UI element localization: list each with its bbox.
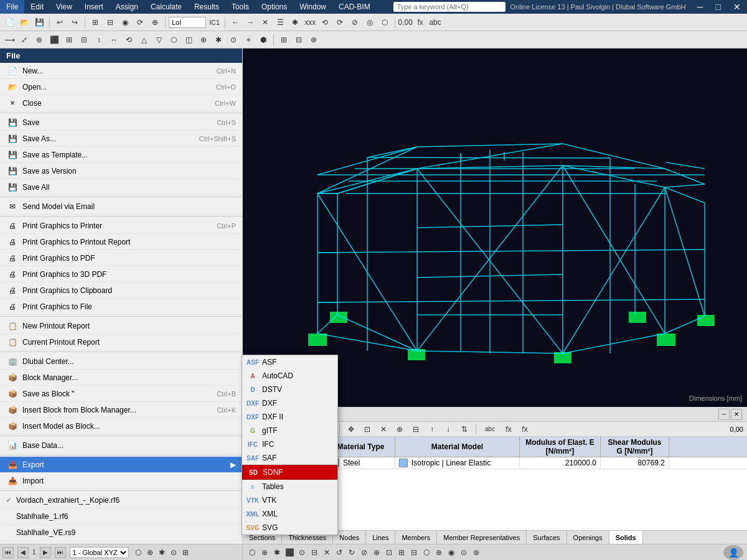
menu-tools[interactable]: Tools xyxy=(225,0,255,14)
rbt5[interactable]: ⊙ xyxy=(296,547,308,558)
tb17[interactable]: ◎ xyxy=(363,16,377,29)
tb2-2[interactable]: ⤢ xyxy=(17,33,31,47)
tb2-20[interactable]: ⊟ xyxy=(292,33,306,47)
export-dstv[interactable]: D DSTV xyxy=(242,383,337,396)
tab-lines[interactable]: Lines xyxy=(366,531,395,544)
tb5[interactable]: ◉ xyxy=(118,16,132,29)
panel-tb6[interactable]: ↑ xyxy=(425,422,439,436)
fm-blockmanager[interactable]: 📦 Block Manager... xyxy=(0,370,242,386)
tb2-10[interactable]: △ xyxy=(137,33,151,47)
menu-view[interactable]: View xyxy=(50,0,78,14)
tb10[interactable]: ✕ xyxy=(258,16,272,29)
fm-printprintout[interactable]: 🖨 Print Graphics to Printout Report xyxy=(0,234,242,250)
close-btn[interactable]: ✕ xyxy=(727,0,747,14)
panel-tb3[interactable]: ✕ xyxy=(377,422,390,436)
rbt11[interactable]: ⊕ xyxy=(371,547,382,558)
search-box[interactable] xyxy=(393,2,505,12)
tab-solids[interactable]: Solids xyxy=(609,531,643,544)
menu-window[interactable]: Window xyxy=(293,0,332,14)
export-svg[interactable]: SVG SVG xyxy=(242,521,337,534)
rbt15[interactable]: ⬡ xyxy=(421,547,432,558)
status-tb4[interactable]: ⊙ xyxy=(168,547,179,558)
export-dxfii[interactable]: DXF DXF II xyxy=(242,410,337,424)
tb2-8[interactable]: ↔ xyxy=(107,33,121,47)
minimize-btn[interactable]: ─ xyxy=(691,0,710,14)
fm-saveastemplate[interactable]: 💾 Save as Template... xyxy=(0,147,242,163)
fm-basedata[interactable]: 📊 Base Data... xyxy=(0,437,242,454)
panel-tb1[interactable]: ✥ xyxy=(344,422,358,436)
toolbar-input-loi[interactable] xyxy=(169,17,206,28)
tb15[interactable]: ⟳ xyxy=(333,16,347,29)
tb18[interactable]: ⬡ xyxy=(378,16,392,29)
rbt17[interactable]: ◉ xyxy=(446,547,457,558)
export-autocad[interactable]: A AutoCAD xyxy=(242,369,337,383)
fm-close[interactable]: ✕ Close Ctrl+W xyxy=(0,95,242,111)
export-tables[interactable]: ≡ Tables xyxy=(242,480,337,493)
panel-close-btn[interactable]: ✕ xyxy=(731,409,742,420)
tb4[interactable]: ⊟ xyxy=(103,16,117,29)
rbt10[interactable]: ⊘ xyxy=(359,547,370,558)
panel-tb7[interactable]: ↓ xyxy=(441,422,455,436)
tb2-18[interactable]: ⬢ xyxy=(256,33,270,47)
new-btn[interactable]: 📄 xyxy=(2,16,16,29)
view-selector[interactable]: 1 - Global XYZ xyxy=(70,547,129,558)
tb2-11[interactable]: ▽ xyxy=(152,33,166,47)
menu-file[interactable]: File xyxy=(0,0,24,14)
tb2-19[interactable]: ⊞ xyxy=(277,33,291,47)
tb3[interactable]: ⊞ xyxy=(88,16,102,29)
fm-open[interactable]: 📂 Open... Ctrl+O xyxy=(0,79,242,95)
status-tb1[interactable]: ⬡ xyxy=(133,547,144,558)
panel-tb8[interactable]: ⇅ xyxy=(458,422,471,436)
status-tb5[interactable]: ⊞ xyxy=(180,547,191,558)
panel-tb2[interactable]: ⊡ xyxy=(360,422,374,436)
rbt1[interactable]: ⬡ xyxy=(247,547,258,558)
lc-first-btn[interactable]: ⏮ xyxy=(2,547,14,558)
panel-minimize-btn[interactable]: ─ xyxy=(718,409,730,420)
undo-btn[interactable]: ↩ xyxy=(53,16,67,29)
fm-printtofile[interactable]: 🖨 Print Graphics to File xyxy=(0,299,242,315)
tab-members[interactable]: Members xyxy=(395,531,437,544)
user-avatar[interactable]: 👤 xyxy=(723,545,743,560)
save-btn[interactable]: 💾 xyxy=(32,16,46,29)
fm-dlubalcenter[interactable]: 🏢 Dlubal Center... xyxy=(0,353,242,370)
fm-insertmodelasblock[interactable]: 📦 Insert Model as Block... xyxy=(0,418,242,434)
tb2-17[interactable]: ⌖ xyxy=(242,33,255,47)
fm-printtoclipboard[interactable]: 🖨 Print Graphics to Clipboard xyxy=(0,282,242,299)
tb2-5[interactable]: ⊞ xyxy=(62,33,76,47)
fm-save[interactable]: 💾 Save Ctrl+S xyxy=(0,114,242,131)
rbt16[interactable]: ⊕ xyxy=(433,547,444,558)
export-sdnf[interactable]: SD SDNF xyxy=(242,465,337,480)
fm-recent-4[interactable]: Stahlhalle (1).rs8 xyxy=(0,541,242,544)
rbt13[interactable]: ⊞ xyxy=(396,547,407,558)
tb2-6[interactable]: ⊟ xyxy=(77,33,91,47)
rbt8[interactable]: ↺ xyxy=(334,547,345,558)
lc-last-btn[interactable]: ⏭ xyxy=(55,547,66,558)
fm-insertblockfrommanager[interactable]: 📦 Insert Block from Block Manager... Ctr… xyxy=(0,402,242,418)
rbt3[interactable]: ✱ xyxy=(271,547,283,558)
tb6[interactable]: ⟳ xyxy=(133,16,147,29)
menu-calculate[interactable]: Calculate xyxy=(144,0,188,14)
panel-tb5[interactable]: ⊟ xyxy=(409,422,423,436)
tb2-16[interactable]: ⊙ xyxy=(227,33,240,47)
tb2-13[interactable]: ◫ xyxy=(182,33,195,47)
fm-printgraph[interactable]: 🖨 Print Graphics to Printer Ctrl+P xyxy=(0,218,242,234)
tb2-15[interactable]: ✱ xyxy=(212,33,225,47)
menu-edit[interactable]: Edit xyxy=(24,0,50,14)
export-saf[interactable]: SAF SAF xyxy=(242,451,337,465)
rbt12[interactable]: ⊡ xyxy=(383,547,395,558)
tb19[interactable]: 0,00 xyxy=(398,16,412,29)
menu-insert[interactable]: Insert xyxy=(78,0,110,14)
tb2-3[interactable]: ⊛ xyxy=(32,33,46,47)
tb2-9[interactable]: ⟲ xyxy=(122,33,136,47)
rbt18[interactable]: ⊙ xyxy=(458,547,469,558)
fm-sendmodel[interactable]: ✉ Send Model via Email xyxy=(0,198,242,215)
tb14[interactable]: ⟲ xyxy=(318,16,332,29)
tb20[interactable]: fx xyxy=(413,16,427,29)
tb21[interactable]: abc xyxy=(428,16,442,29)
tb2-7[interactable]: ↕ xyxy=(92,33,106,47)
rbt19[interactable]: ⊛ xyxy=(471,547,482,558)
menu-options[interactable]: Options xyxy=(255,0,293,14)
tb2-4[interactable]: ⬛ xyxy=(47,33,61,47)
fm-currentprintout[interactable]: 📋 Current Printout Report xyxy=(0,334,242,350)
rbt14[interactable]: ⊟ xyxy=(408,547,420,558)
